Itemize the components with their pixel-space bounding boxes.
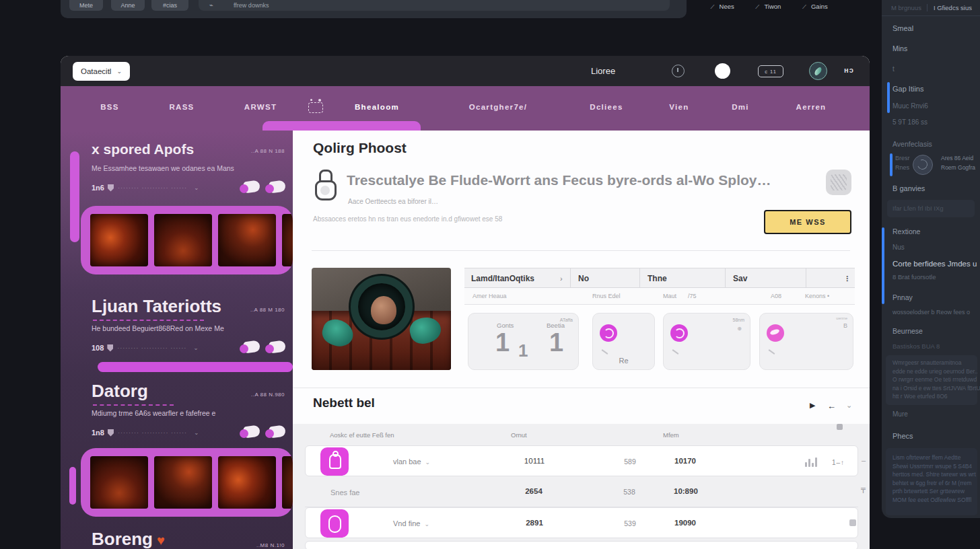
sidebar-item[interactable]: Beurnese <box>893 327 923 335</box>
sidebar-item[interactable]: 5 9T 186 ss <box>893 118 928 126</box>
trend-icon[interactable]: 1–↑ <box>832 459 845 466</box>
browser-tab-1[interactable]: Mete <box>69 0 103 11</box>
sidebar-item[interactable]: Pnnay <box>893 293 913 301</box>
col-header[interactable]: Aoskc ef eutte Feß fen <box>330 424 394 447</box>
video-thumbnail[interactable] <box>154 214 212 266</box>
breadcrumb-item[interactable]: ⁄Gains <box>804 3 827 10</box>
app-chip-icon[interactable] <box>826 170 851 195</box>
keyboard-chip[interactable]: c 11 <box>758 65 783 77</box>
sidebar-item[interactable]: B ganvies <box>893 184 925 192</box>
playlist-title[interactable]: Ljuan Tateriotts <box>92 296 221 317</box>
thumb-icon[interactable] <box>240 180 260 194</box>
cta-button[interactable]: ME WSS <box>764 210 851 234</box>
sub-label[interactable]: Kenons • <box>805 288 829 305</box>
table-row[interactable]: vlan bae⌄ 10111 589 10170 1–↑ – <box>305 445 858 476</box>
video-thumbnail[interactable] <box>218 214 276 266</box>
thumb-icon[interactable] <box>265 180 285 194</box>
play-icon[interactable]: ▶ <box>810 401 815 410</box>
nav-item-vien[interactable]: Vien <box>669 103 689 111</box>
sidebar-tab-2[interactable]: I Gfiedcs sius <box>928 4 972 11</box>
bar-chart-icon[interactable] <box>805 457 817 467</box>
sidebar-item[interactable]: t <box>893 65 895 73</box>
table-row[interactable]: Vnd fine⌄ 2891 539 19090 <box>305 507 858 538</box>
playlist-title[interactable]: x spored Apofs <box>92 141 194 157</box>
video-thumbnail[interactable] <box>218 456 276 509</box>
table-row[interactable] <box>305 541 858 549</box>
stat-card-re[interactable]: Re <box>592 313 655 370</box>
chevron-down-icon[interactable]: ⌄ <box>846 401 852 410</box>
chevron-right-icon[interactable]: › <box>560 268 563 289</box>
col-header[interactable]: Thne <box>639 268 725 289</box>
avatar[interactable] <box>913 155 933 175</box>
col-header[interactable]: Ornut <box>511 424 527 447</box>
nav-item-arwst[interactable]: ARWST <box>244 103 277 111</box>
sidebar-item[interactable]: Corte berfidees Jmdes u <box>893 260 977 268</box>
status-square-icon[interactable] <box>849 519 856 526</box>
row-label[interactable]: vlan bae⌄ <box>393 458 430 466</box>
nav-item-dmi[interactable]: Dmi <box>732 103 749 111</box>
episode-image[interactable] <box>312 268 451 370</box>
avatar[interactable] <box>715 63 730 79</box>
back-arrow-icon[interactable]: ← <box>827 401 836 411</box>
sidebar-item[interactable]: Muuc Rnvi6 <box>893 102 928 110</box>
thumb-icon[interactable] <box>265 340 285 354</box>
progress-bar[interactable] <box>98 362 293 372</box>
col-header[interactable]: Mfem <box>663 424 679 447</box>
nav-item-ocart[interactable]: Ocartgher7e/ <box>469 103 528 111</box>
sidebar-item[interactable]: Smeal <box>893 24 913 32</box>
table-row[interactable]: Snes fae 2654 538 10:890 ₸ <box>305 478 858 507</box>
nav-item-aerren[interactable]: Aerren <box>796 103 827 111</box>
hd-icon[interactable]: ʜɔ <box>844 66 854 74</box>
row-label[interactable]: Vnd fine⌄ <box>393 519 429 527</box>
video-thumbnail[interactable] <box>282 456 293 509</box>
stat-card-b[interactable]: uenne B <box>759 313 853 370</box>
address-bar[interactable]: ⌁ ffrew downks <box>199 0 670 11</box>
nav-item-rass[interactable]: RASS <box>169 103 194 111</box>
col-header[interactable]: Sav <box>725 268 806 289</box>
browser-tab-3[interactable]: #cias <box>151 0 188 11</box>
breadcrumb-item[interactable]: ⁄Tiwon <box>757 3 781 10</box>
chevron-down-icon[interactable]: ⌄ <box>193 344 199 351</box>
sidebar-item[interactable]: Nus <box>893 244 905 251</box>
sidebar-tab-1[interactable]: M brgnuus <box>882 4 928 11</box>
sidebar-item-selected[interactable]: Gap Itiins <box>893 85 923 93</box>
breadcrumb-item[interactable]: ⁄Nees <box>712 3 734 10</box>
camera-icon[interactable] <box>308 102 323 113</box>
playlist-title[interactable]: Datorg <box>92 381 148 402</box>
sidebar-item[interactable]: Mure <box>893 410 908 418</box>
kebab-menu-icon[interactable]: ⋮ <box>843 268 851 289</box>
browser-tab-2[interactable]: Anne <box>111 0 145 11</box>
plus-circle-icon[interactable]: ⊕ <box>737 326 742 332</box>
sidebar-item[interactable]: Rextione <box>893 227 920 235</box>
collapse-icon[interactable]: – <box>862 456 866 464</box>
chevron-down-icon[interactable]: ⌄ <box>194 429 199 436</box>
sprout-icon[interactable] <box>320 447 349 476</box>
nav-item-dcliees[interactable]: Dcliees <box>590 103 623 111</box>
nav-item-bhealoom[interactable]: Bhealoom <box>355 103 399 111</box>
compass-icon[interactable] <box>809 62 827 80</box>
thumb-icon[interactable] <box>240 425 260 439</box>
sidebar-item[interactable]: Mins <box>893 44 907 52</box>
clock-icon[interactable] <box>672 65 685 77</box>
menu-dropdown-button[interactable]: Oataecitl⌄ <box>73 62 130 81</box>
sidebar-item[interactable]: Avenfeclasis <box>893 140 932 148</box>
nav-item-bss[interactable]: BSS <box>100 103 119 111</box>
filter-icon[interactable]: ₸ <box>861 486 866 495</box>
sidebar-item[interactable]: Ifar Lfen frl IbI IXg <box>893 205 944 212</box>
col-header[interactable]: No <box>570 268 639 289</box>
thumb-icon[interactable] <box>240 340 260 354</box>
chevron-down-icon[interactable]: ⌄ <box>194 184 199 191</box>
thumb-icon[interactable] <box>265 425 285 439</box>
col-header[interactable]: Lamd/ItanOqtiks <box>464 268 534 289</box>
video-thumbnail[interactable] <box>154 456 212 509</box>
row-label[interactable]: Snes fae <box>330 488 359 497</box>
stat-card-58nm[interactable]: 58nm ⊕ <box>663 313 750 370</box>
stat-card-counts[interactable]: ATaffa Gonts Beetia 1 1 1 <box>468 313 579 370</box>
video-thumbnail[interactable] <box>282 214 293 266</box>
sidebar-item[interactable]: Phecs <box>893 432 913 440</box>
video-thumbnail[interactable] <box>90 214 148 266</box>
video-thumbnail[interactable] <box>90 456 148 509</box>
ring-icon[interactable] <box>320 509 349 538</box>
playlist-title[interactable]: Boreng♥ <box>92 529 165 549</box>
options-dot-icon[interactable] <box>837 424 843 430</box>
